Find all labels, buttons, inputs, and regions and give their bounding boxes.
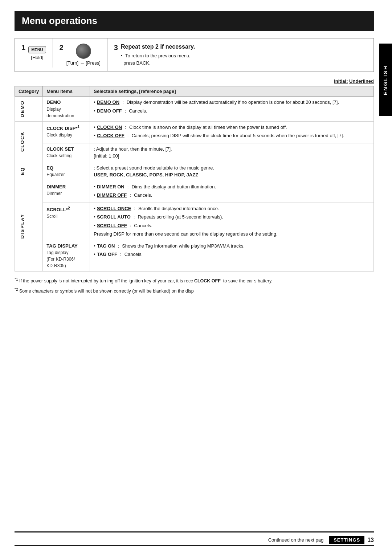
settings-scroll: • SCROLL ONCE : Scrolls the displayed in… [90,203,374,240]
demo-on-item: • DEMO ON : Display demonstration will b… [94,99,370,106]
bottom-rule-bottom [15,545,374,546]
footnote-2: *2 Some characters or symbols will not b… [15,287,374,295]
step-1-cell: 1 MENU [Hold] [15,38,53,68]
category-eq: EQ [15,162,43,181]
step-3-title: Repeat step 2 if necessary. [121,44,195,50]
settings-demo: • DEMO ON : Display demonstration will b… [90,97,374,122]
menu-item-demo: DEMO Display demonstration [43,97,90,122]
side-tab-label: ENGLISH [383,65,388,95]
settings-eq: : Select a preset sound mode suitable to… [90,162,374,181]
step-1-hold-label: [Hold] [31,55,43,60]
dimmer-on-item: • DIMMER ON : Dims the display and butto… [94,183,370,191]
step-2-cell: 2 [Turn] → [Press] [53,38,107,71]
scroll-settings-list: • SCROLL ONCE : Scrolls the displayed in… [94,205,370,229]
demo-settings-list: • DEMO ON : Display demonstration will b… [94,99,370,114]
table-row-clock-set: CLOCK SET Clock setting : Adjust the hou… [15,143,374,162]
step-3-number: 3 [114,44,118,52]
initial-value: Underlined [349,78,374,84]
clock-disp-settings-list: • CLOCK ON : Clock time is shown on the … [94,124,370,139]
table-row-clock-disp: CLOCK CLOCK DISP*1 Clock display • CLOCK… [15,121,374,143]
header-menu-items: Menu items [43,86,90,97]
page-container: ENGLISH Menu operations 1 MENU [Hold] 2 [0,0,392,555]
scroll-extra-desc: Pressing DISP for more than one second c… [94,230,370,238]
clock-off-text: CLOCK OFF [194,278,221,283]
initial-label: Initial: [334,78,348,84]
table-row-eq: EQ EQ Equalizer : Select a preset sound … [15,162,374,181]
knob-icon [76,44,91,59]
continued-text: Continued on the next pag [15,537,329,543]
footnote-1: *1 If the power supply is not interrupte… [15,277,374,285]
initial-note: Initial: Underlined [15,78,374,84]
settings-clock-set: : Adjust the hour, then the minute, [7].… [90,143,374,162]
eq-options: USER, ROCK, CLASSIC, POPS, HIP HOP, JAZZ [94,172,198,177]
steps-row: 1 MENU [Hold] 2 [Turn] → [Press] 3 [15,38,374,72]
menu-item-clock-set: CLOCK SET Clock setting [43,143,90,162]
menu-item-eq: EQ Equalizer [43,162,90,181]
category-demo: DEMO [15,97,43,122]
dimmer-off-item: • DIMMER OFF : Cancels. [94,192,370,199]
step-1-number: 1 [21,44,25,52]
step-3-line2: press BACK. [123,60,150,66]
clock-on-item: • CLOCK ON : Clock time is shown on the … [94,124,370,131]
footnotes: *1 If the power supply is not interrupte… [15,277,374,295]
demo-off-item: • DEMO OFF : Cancels. [94,107,370,115]
scroll-once-item: • SCROLL ONCE : Scrolls the displayed in… [94,205,370,212]
settings-clock-disp: • CLOCK ON : Clock time is shown on the … [90,121,374,143]
main-content: Menu operations 1 MENU [Hold] 2 [Turn] →… [15,0,374,295]
dimmer-settings-list: • DIMMER ON : Dims the display and butto… [94,183,370,199]
header-category: Category [15,86,43,97]
page-number: 13 [367,537,374,543]
page-title: Menu operations [15,11,374,31]
tag-display-settings-list: • TAG ON : Shows the Tag information whi… [94,242,370,258]
header-settings: Selectable settings, [reference page] [90,86,374,97]
tag-off-item: • TAG OFF : Cancels. [94,251,370,258]
step-3-desc: • To return to the previous menu, press … [121,52,195,66]
settings-tag-display: • TAG ON : Shows the Tag information whi… [90,240,374,272]
menu-item-scroll: SCROLL*2 Scroll [43,203,90,240]
category-clock: CLOCK [15,121,43,162]
step-3-cell: 3 Repeat step 2 if necessary. • To retur… [107,38,373,72]
menu-item-dimmer: DIMMER Dimmer [43,181,90,203]
step-2-number: 2 [60,44,64,52]
menu-button-icon: MENU [28,46,46,53]
menu-table: Category Menu items Selectable settings,… [15,86,374,272]
settings-dimmer: • DIMMER ON : Dims the display and butto… [90,181,374,203]
step-2-label: [Turn] → [Press] [66,60,101,66]
settings-badge: SETTINGS [329,536,364,544]
tag-on-item: • TAG ON : Shows the Tag information whi… [94,242,370,250]
menu-item-clock-disp: CLOCK DISP*1 Clock display [43,121,90,143]
scroll-auto-item: • SCROLL AUTO : Repeats scrolling (at 5-… [94,213,370,221]
table-row-demo: DEMO DEMO Display demonstration • DEMO O… [15,97,374,122]
english-tab: ENGLISH [379,44,392,116]
page-title-text: Menu operations [22,15,97,26]
menu-item-tag-display: TAG DISPLAY Tag display (For KD-R306/ KD… [43,240,90,272]
category-display: DISPLAY [15,181,43,272]
table-row-scroll: SCROLL*2 Scroll • SCROLL ONCE : Scrolls … [15,203,374,240]
step-1-content: MENU [Hold] [28,46,46,60]
bottom-rule-top [15,531,374,532]
table-row-tag-display: TAG DISPLAY Tag display (For KD-R306/ KD… [15,240,374,272]
clock-off-item: • CLOCK OFF : Cancels; pressing DISP wil… [94,132,370,139]
scroll-off-item: • SCROLL OFF : Cancels. [94,222,370,229]
step-3-line1: To return to the previous menu, [125,53,191,58]
table-row-dimmer: DISPLAY DIMMER Dimmer • DIMMER ON : Dims… [15,181,374,203]
bottom-bar: Continued on the next pag SETTINGS 13 [15,536,374,544]
step-2-content: [Turn] → [Press] [66,44,101,66]
